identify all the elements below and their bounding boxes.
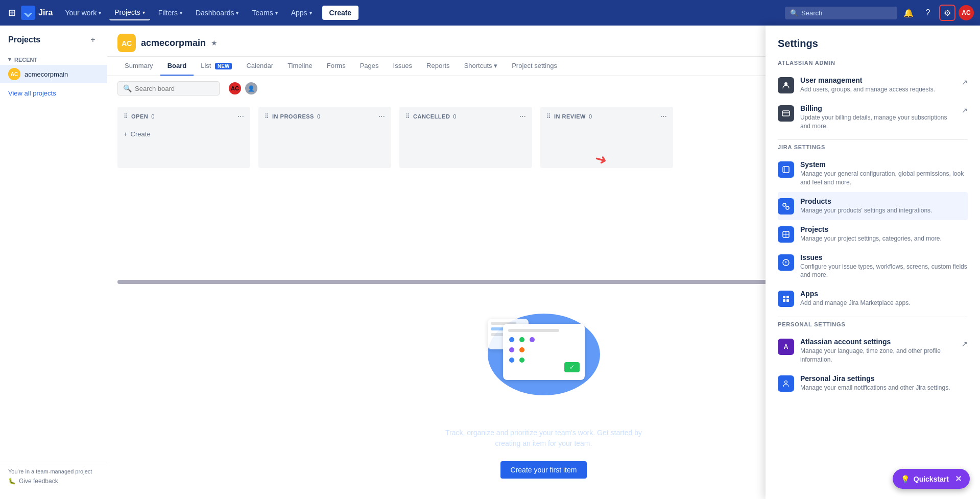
billing-icon bbox=[778, 105, 794, 122]
tab-calendar[interactable]: Calendar bbox=[239, 57, 280, 76]
sidebar-add-button[interactable]: + bbox=[87, 34, 99, 46]
sidebar-item-acmecorp[interactable]: AC acmecorpmain bbox=[0, 65, 107, 83]
create-icon: + bbox=[124, 130, 128, 138]
svg-point-16 bbox=[785, 264, 786, 265]
team-footer: You're in a team-managed project 🐛 Give … bbox=[0, 462, 107, 491]
tab-board[interactable]: Board bbox=[160, 57, 194, 76]
create-first-item-button[interactable]: Create your first item bbox=[500, 461, 587, 479]
nav-right-actions: 🔍 Search 🔔 ? ⚙ AC bbox=[785, 5, 974, 21]
settings-atlassian-account[interactable]: A Atlassian account settings Manage your… bbox=[778, 332, 968, 369]
settings-issues[interactable]: Issues Configure your issue types, workf… bbox=[778, 248, 968, 285]
svg-rect-20 bbox=[786, 299, 789, 302]
svg-rect-7 bbox=[783, 167, 789, 173]
column-open-create[interactable]: + Create bbox=[117, 126, 250, 142]
help-button[interactable]: ? bbox=[920, 5, 936, 21]
your-work-chevron: ▾ bbox=[99, 10, 101, 16]
notifications-button[interactable]: 🔔 bbox=[900, 5, 917, 21]
column-in-progress-header: ⠿ IN PROGRESS 0 ··· bbox=[258, 107, 391, 126]
column-in-review-drag[interactable]: ⠿ bbox=[546, 113, 551, 120]
settings-user-management[interactable]: User management Add users, groups, and m… bbox=[778, 71, 968, 99]
tab-forms[interactable]: Forms bbox=[320, 57, 353, 76]
search-board-icon: 🔍 bbox=[123, 84, 132, 92]
column-cancelled-more[interactable]: ··· bbox=[519, 112, 526, 121]
svg-rect-19 bbox=[783, 299, 785, 302]
top-nav: ⊞ Jira Your work ▾ Projects ▾ Filters ▾ … bbox=[0, 0, 980, 26]
tab-list[interactable]: List NEW bbox=[194, 57, 239, 76]
svg-rect-5 bbox=[782, 111, 790, 116]
tab-timeline[interactable]: Timeline bbox=[280, 57, 320, 76]
create-button[interactable]: Create bbox=[322, 6, 359, 20]
column-cancelled-header: ⠿ CANCELLED 0 ··· bbox=[399, 107, 532, 126]
settings-products[interactable]: Products Manage your products' settings … bbox=[778, 192, 968, 220]
column-in-review: ⠿ IN REVIEW 0 ··· bbox=[540, 107, 673, 168]
tab-reports[interactable]: Reports bbox=[419, 57, 457, 76]
project-icon: AC bbox=[117, 34, 136, 52]
svg-rect-18 bbox=[786, 296, 789, 298]
settings-personal-jira[interactable]: Personal Jira settings Manage your email… bbox=[778, 369, 968, 397]
user-management-icon bbox=[778, 77, 794, 93]
view-all-projects[interactable]: View all projects bbox=[0, 85, 107, 101]
nav-teams[interactable]: Teams ▾ bbox=[247, 6, 282, 20]
quickstart-label: Quickstart bbox=[914, 475, 949, 483]
column-in-review-more[interactable]: ··· bbox=[660, 112, 667, 121]
apps-settings-icon bbox=[778, 291, 794, 307]
settings-section-personal: PERSONAL SETTINGS bbox=[778, 321, 968, 327]
settings-system[interactable]: System Manage your general configuration… bbox=[778, 155, 968, 192]
column-in-review-header: ⠿ IN REVIEW 0 ··· bbox=[540, 107, 673, 126]
products-icon bbox=[778, 198, 794, 215]
settings-apps[interactable]: Apps Add and manage Jira Marketplace app… bbox=[778, 284, 968, 313]
tab-project-settings[interactable]: Project settings bbox=[505, 57, 564, 76]
sidebar-recent-label[interactable]: ▾ RECENT bbox=[0, 54, 107, 65]
tab-pages[interactable]: Pages bbox=[353, 57, 386, 76]
user-avatar[interactable]: AC bbox=[959, 5, 974, 20]
column-in-progress-drag[interactable]: ⠿ bbox=[265, 113, 269, 120]
settings-title: Settings bbox=[778, 38, 968, 50]
give-feedback-button[interactable]: 🐛 Give feedback bbox=[8, 478, 99, 485]
projects-chevron: ▾ bbox=[142, 10, 145, 15]
settings-billing[interactable]: Billing Update your billing details, man… bbox=[778, 99, 968, 136]
quickstart-close-button[interactable]: ✕ bbox=[955, 474, 962, 484]
quickstart-button[interactable]: 💡 Quickstart ✕ bbox=[893, 469, 970, 489]
apps-chevron: ▾ bbox=[309, 10, 312, 16]
column-cancelled-drag[interactable]: ⠿ bbox=[405, 113, 410, 120]
column-open-title: OPEN bbox=[131, 113, 148, 120]
column-in-progress: ⠿ IN PROGRESS 0 ··· bbox=[258, 107, 391, 168]
column-cancelled: ⠿ CANCELLED 0 ··· bbox=[399, 107, 532, 168]
board-scrollbar-thumb bbox=[117, 280, 799, 284]
column-in-progress-more[interactable]: ··· bbox=[378, 112, 385, 121]
search-board-input[interactable] bbox=[135, 85, 206, 92]
jira-logo[interactable]: Jira bbox=[21, 6, 53, 20]
search-bar[interactable]: 🔍 Search bbox=[785, 7, 897, 19]
search-label: Search bbox=[801, 9, 822, 17]
search-board-container[interactable]: 🔍 bbox=[117, 81, 220, 96]
nav-dashboards[interactable]: Dashboards ▾ bbox=[190, 6, 244, 20]
tab-issues[interactable]: Issues bbox=[386, 57, 420, 76]
column-drag-handle[interactable]: ⠿ bbox=[124, 113, 128, 120]
nav-filters[interactable]: Filters ▾ bbox=[153, 6, 187, 20]
nav-projects[interactable]: Projects ▾ bbox=[109, 5, 150, 20]
nav-your-work[interactable]: Your work ▾ bbox=[60, 6, 106, 20]
feedback-icon: 🐛 bbox=[8, 478, 16, 485]
column-in-review-title: IN REVIEW bbox=[554, 113, 586, 120]
settings-button[interactable]: ⚙ bbox=[939, 5, 955, 21]
member-avatar-ac[interactable]: AC bbox=[228, 81, 242, 96]
grid-icon[interactable]: ⊞ bbox=[6, 5, 18, 20]
column-open-more[interactable]: ··· bbox=[237, 112, 244, 121]
tab-summary[interactable]: Summary bbox=[117, 57, 160, 76]
column-in-review-count: 0 bbox=[589, 113, 592, 120]
sidebar-title: Projects bbox=[8, 35, 40, 44]
quickstart-icon: 💡 bbox=[901, 475, 910, 483]
nav-apps[interactable]: Apps ▾ bbox=[286, 6, 317, 20]
sidebar-header: Projects + bbox=[0, 34, 107, 52]
member-avatar-guest[interactable]: 👤 bbox=[244, 81, 258, 96]
tab-shortcuts[interactable]: Shortcuts ▾ bbox=[457, 57, 505, 76]
column-in-progress-title: IN PROGRESS bbox=[272, 113, 314, 120]
board-viz-title: Visualize your work with a board bbox=[465, 411, 623, 422]
atlassian-account-icon: A bbox=[778, 339, 794, 355]
personal-jira-icon bbox=[778, 375, 794, 392]
project-name: acmecorpmain bbox=[141, 38, 206, 49]
settings-projects[interactable]: Projects Manage your project settings, c… bbox=[778, 220, 968, 248]
svg-point-21 bbox=[785, 381, 787, 383]
filters-chevron: ▾ bbox=[180, 10, 182, 16]
project-star-icon[interactable]: ★ bbox=[211, 39, 218, 47]
